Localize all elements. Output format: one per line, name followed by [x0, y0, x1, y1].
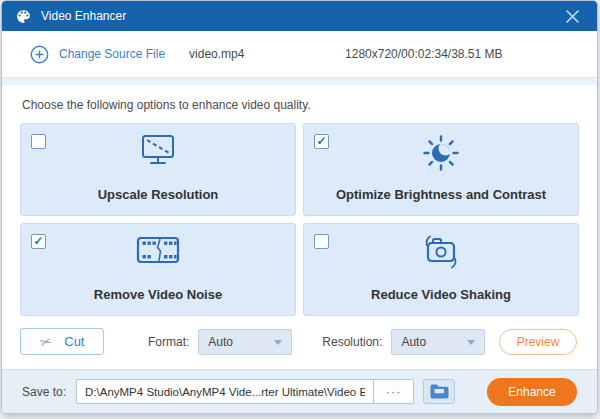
option-card-optimize-brightness-contrast[interactable]: Optimize Brightness and Contrast [303, 123, 579, 216]
resolution-select[interactable]: Auto [391, 329, 485, 355]
preview-button[interactable]: Preview [499, 329, 577, 355]
save-to-label: Save to: [22, 385, 66, 399]
chevron-down-icon [274, 340, 282, 345]
option-label: Upscale Resolution [98, 187, 219, 202]
camera-shake-icon [304, 233, 578, 271]
enhance-label: Enhance [508, 385, 555, 399]
source-file-info: 1280x720/00:02:34/38.51 MB [345, 47, 502, 61]
scissors-icon: ✂ [38, 332, 53, 350]
film-noise-icon [21, 233, 295, 267]
footer-bar: Save to: ··· Enhance [2, 369, 597, 413]
main-content: Choose the following options to enhance … [2, 85, 597, 369]
folder-icon [429, 383, 450, 400]
enhance-button[interactable]: Enhance [487, 378, 577, 406]
ellipsis-label: ··· [386, 384, 402, 399]
chevron-down-icon [467, 340, 475, 345]
format-value: Auto [208, 335, 233, 349]
instruction-text: Choose the following options to enhance … [20, 85, 579, 123]
controls-row: ✂ Cut Format: Auto Resolution: Auto Prev… [20, 328, 579, 355]
titlebar: Video Enhancer [2, 1, 597, 31]
plus-circle-icon [30, 45, 49, 64]
source-filename: video.mp4 [189, 47, 309, 61]
option-label: Reduce Video Shaking [371, 287, 511, 302]
option-label: Remove Video Noise [94, 287, 222, 302]
change-source-file-label: Change Source File [59, 47, 165, 61]
option-label: Optimize Brightness and Contrast [336, 187, 546, 202]
save-path-input[interactable] [76, 379, 374, 404]
change-source-file-button[interactable]: Change Source File [30, 45, 165, 64]
resolution-value: Auto [401, 335, 426, 349]
resolution-label: Resolution: [322, 335, 382, 349]
cut-button[interactable]: ✂ Cut [20, 328, 104, 355]
video-enhancer-dialog: Video Enhancer Change Source File video.… [1, 0, 598, 414]
option-card-upscale-resolution[interactable]: Upscale Resolution [20, 123, 296, 216]
brightness-sun-icon [304, 133, 578, 173]
preview-label: Preview [517, 335, 560, 349]
close-icon[interactable] [560, 4, 584, 28]
option-card-reduce-video-shaking[interactable]: Reduce Video Shaking [303, 223, 579, 316]
palette-icon [15, 8, 32, 25]
source-file-bar: Change Source File video.mp4 1280x720/00… [2, 31, 597, 77]
divider [2, 77, 597, 85]
browse-ellipsis-button[interactable]: ··· [374, 379, 414, 404]
options-grid: Upscale Resolution [20, 123, 579, 316]
format-label: Format: [148, 335, 189, 349]
open-folder-button[interactable] [423, 379, 455, 404]
cut-label: Cut [64, 334, 84, 349]
window-title: Video Enhancer [41, 9, 126, 23]
format-select[interactable]: Auto [198, 329, 292, 355]
option-card-remove-video-noise[interactable]: Remove Video Noise [20, 223, 296, 316]
monitor-upscale-icon [21, 133, 295, 169]
